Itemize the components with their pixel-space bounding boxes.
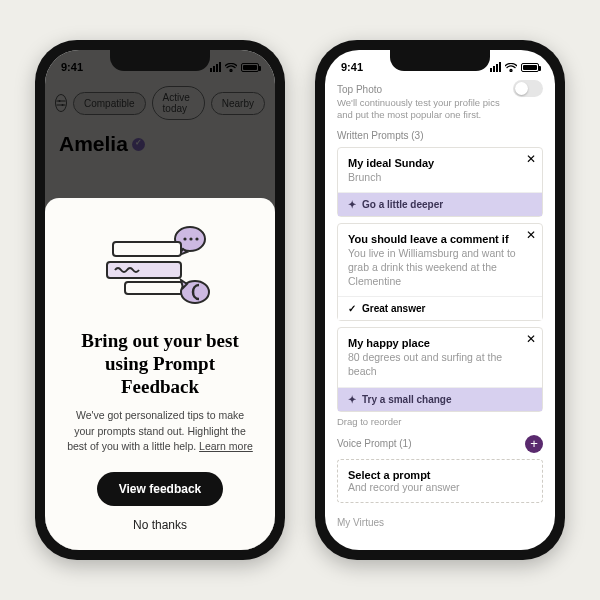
close-icon[interactable]: ✕ bbox=[526, 153, 536, 165]
no-thanks-button[interactable]: No thanks bbox=[65, 518, 255, 532]
voice-select-title: Select a prompt bbox=[348, 469, 532, 481]
sparkle-icon: ✦ bbox=[348, 199, 356, 210]
prompt-title: My ideal Sunday bbox=[348, 157, 532, 169]
svg-point-4 bbox=[189, 237, 192, 240]
wifi-icon bbox=[505, 63, 517, 72]
modal-body: We've got personalized tips to make your… bbox=[65, 408, 255, 454]
feedback-illustration bbox=[95, 224, 225, 314]
modal-title: Bring out your best using Prompt Feedbac… bbox=[65, 330, 255, 398]
top-photo-label: Top Photo bbox=[337, 84, 505, 95]
add-voice-button[interactable]: + bbox=[525, 435, 543, 453]
prompt-title: You should leave a comment if bbox=[348, 233, 532, 245]
drag-hint: Drag to reorder bbox=[337, 416, 543, 427]
prompt-answer: Brunch bbox=[348, 171, 532, 185]
prompt-title: My happy place bbox=[348, 337, 532, 349]
prompt-card[interactable]: ✕ My ideal Sunday Brunch ✦ Go a little d… bbox=[337, 147, 543, 218]
battery-icon bbox=[521, 63, 539, 72]
my-virtues-label: My Virtues bbox=[337, 517, 543, 528]
clock: 9:41 bbox=[341, 61, 363, 73]
phone-left: 9:41 Compatible Active today Nearby Amel… bbox=[35, 40, 285, 560]
written-prompts-label: Written Prompts (3) bbox=[337, 130, 543, 141]
voice-prompt-label: Voice Prompt (1) bbox=[337, 438, 411, 449]
svg-rect-6 bbox=[113, 242, 181, 256]
prompt-answer: You live in Williamsburg and want to gra… bbox=[348, 247, 532, 288]
view-feedback-button[interactable]: View feedback bbox=[97, 472, 224, 506]
screen: 9:41 Top Photo We'll continuously test y… bbox=[325, 50, 555, 550]
prompt-card[interactable]: ✕ My happy place 80 degrees out and surf… bbox=[337, 327, 543, 411]
svg-rect-7 bbox=[107, 262, 181, 278]
prompt-feedback-modal: Bring out your best using Prompt Feedbac… bbox=[45, 198, 275, 550]
cellular-icon bbox=[490, 62, 501, 72]
prompt-answer: 80 degrees out and surfing at the beach bbox=[348, 351, 532, 378]
check-icon: ✓ bbox=[348, 303, 356, 314]
feedback-pill[interactable]: ✓ Great answer bbox=[338, 296, 542, 320]
sparkle-icon: ✦ bbox=[348, 394, 356, 405]
close-icon[interactable]: ✕ bbox=[526, 229, 536, 241]
status-icons bbox=[490, 62, 539, 72]
screen: 9:41 Compatible Active today Nearby Amel… bbox=[45, 50, 275, 550]
feedback-pill[interactable]: ✦ Go a little deeper bbox=[338, 192, 542, 216]
learn-more-link[interactable]: Learn more bbox=[199, 440, 253, 452]
phone-right: 9:41 Top Photo We'll continuously test y… bbox=[315, 40, 565, 560]
voice-prompt-card[interactable]: Select a prompt And record your answer bbox=[337, 459, 543, 503]
svg-point-5 bbox=[195, 237, 198, 240]
top-photo-hint: We'll continuously test your profile pic… bbox=[337, 97, 505, 122]
top-photo-toggle[interactable] bbox=[513, 80, 543, 97]
edit-profile-content[interactable]: Top Photo We'll continuously test your p… bbox=[325, 78, 555, 550]
svg-point-3 bbox=[183, 237, 186, 240]
feedback-pill[interactable]: ✦ Try a small change bbox=[338, 387, 542, 411]
svg-rect-8 bbox=[125, 282, 183, 294]
prompt-card[interactable]: ✕ You should leave a comment if You live… bbox=[337, 223, 543, 321]
voice-select-sub: And record your answer bbox=[348, 481, 532, 493]
close-icon[interactable]: ✕ bbox=[526, 333, 536, 345]
status-bar: 9:41 bbox=[325, 50, 555, 78]
